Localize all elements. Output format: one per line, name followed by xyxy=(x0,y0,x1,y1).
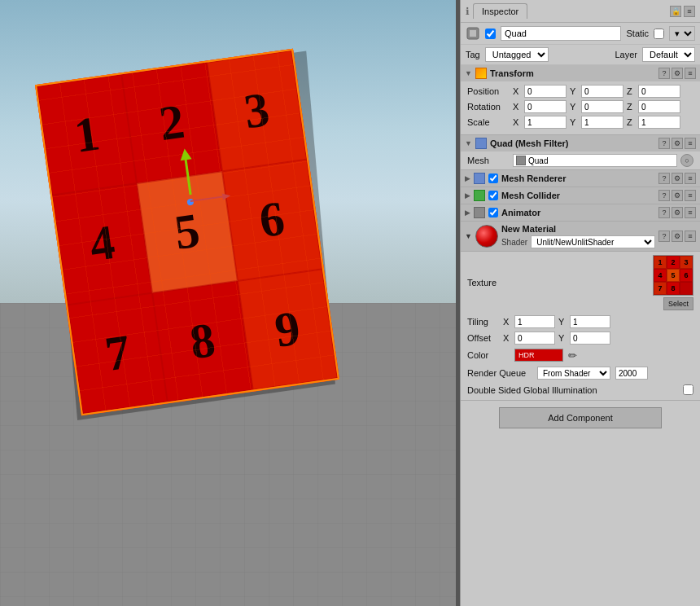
svg-rect-4 xyxy=(470,30,476,37)
pos-z-input[interactable] xyxy=(638,85,680,98)
rot-z-label: Z xyxy=(627,102,635,112)
inspector-header-icons: 🔒 ≡ xyxy=(670,6,695,17)
mesh-filter-info-btn[interactable]: ? xyxy=(658,138,670,149)
transform-gizmo[interactable] xyxy=(177,188,214,225)
render-queue-number[interactable] xyxy=(615,367,648,380)
mesh-filter-menu-btn[interactable]: ≡ xyxy=(685,138,696,149)
viewport[interactable]: 1 2 3 4 5 6 7 8 9 xyxy=(0,0,460,606)
transform-header[interactable]: ▼ Transform ? ⚙ ≡ xyxy=(461,65,700,81)
inspector-header: ℹ Inspector 🔒 ≡ xyxy=(461,0,700,23)
transform-menu-btn[interactable]: ≡ xyxy=(685,68,696,79)
offset-x-input[interactable] xyxy=(514,332,555,345)
rot-y-input[interactable] xyxy=(581,100,623,113)
position-row: Position X Y Z xyxy=(467,85,693,98)
object-name-input[interactable] xyxy=(501,26,621,41)
material-menu-btn[interactable]: ≡ xyxy=(685,231,696,242)
rot-x-input[interactable] xyxy=(524,100,567,113)
quad-selection-border xyxy=(35,49,339,416)
static-dropdown[interactable]: ▾ xyxy=(669,26,695,41)
object-active-checkbox[interactable] xyxy=(485,29,496,39)
pos-x-input[interactable] xyxy=(524,85,567,98)
material-settings-btn[interactable]: ⚙ xyxy=(672,231,683,242)
animator-title: Animator xyxy=(501,208,655,217)
tiling-y-input[interactable] xyxy=(570,315,610,328)
texture-thumbnail[interactable]: 1 2 3 4 5 6 7 8 xyxy=(653,255,693,296)
animator-fold-icon: ▶ xyxy=(465,209,470,217)
eyedropper-icon[interactable]: ✏ xyxy=(568,349,577,362)
render-queue-select[interactable]: From Shader xyxy=(537,367,610,380)
tex-5: 5 xyxy=(667,269,680,282)
offset-y-label: Y xyxy=(558,333,567,343)
tiling-label: Tiling xyxy=(467,317,500,327)
material-name: New Material xyxy=(501,224,655,234)
mesh-renderer-info-btn[interactable]: ? xyxy=(658,173,670,184)
static-label: Static xyxy=(626,29,649,38)
menu-icon[interactable]: ≡ xyxy=(684,6,695,17)
mesh-label: Mesh xyxy=(467,156,510,165)
pos-y-input[interactable] xyxy=(581,85,623,98)
mesh-renderer-header[interactable]: ▶ Mesh Renderer ? ⚙ ≡ xyxy=(461,170,700,187)
transform-settings-btn[interactable]: ⚙ xyxy=(672,68,683,79)
tex-6: 6 xyxy=(680,269,693,282)
material-shader-row: Shader Unlit/NewUnlitShader xyxy=(501,235,655,248)
tiling-x-input[interactable] xyxy=(514,315,555,328)
shader-select[interactable]: Unlit/NewUnlitShader xyxy=(531,235,655,248)
mesh-renderer-component: ▶ Mesh Renderer ? ⚙ ≡ xyxy=(461,170,700,187)
animator-icon xyxy=(474,207,485,218)
material-header: ▼ New Material Shader Unlit/NewUnlitShad… xyxy=(461,222,700,252)
animator-checkbox[interactable] xyxy=(488,208,498,217)
mesh-renderer-fold-icon: ▶ xyxy=(465,174,470,182)
mesh-filter-header[interactable]: ▼ Quad (Mesh Filter) ? ⚙ ≡ xyxy=(461,135,700,152)
mesh-collider-menu-btn[interactable]: ≡ xyxy=(685,190,696,201)
transform-info-btn[interactable]: ? xyxy=(658,68,670,79)
pos-x-label: X xyxy=(513,86,521,96)
scale-z-label: Z xyxy=(627,117,635,127)
animator-menu-btn[interactable]: ≡ xyxy=(685,207,696,218)
scale-x-input[interactable] xyxy=(524,116,567,129)
mesh-renderer-menu-btn[interactable]: ≡ xyxy=(685,173,696,184)
static-checkbox[interactable] xyxy=(654,29,664,39)
mesh-collider-checkbox[interactable] xyxy=(488,191,498,200)
scale-z-input[interactable] xyxy=(638,116,680,129)
inspector-tab[interactable]: Inspector xyxy=(473,3,527,19)
animator-header[interactable]: ▶ Animator ? ⚙ ≡ xyxy=(461,204,700,221)
layer-select[interactable]: Default xyxy=(642,47,695,62)
viewport-resize-handle[interactable] xyxy=(456,0,460,606)
tex-1: 1 xyxy=(654,256,667,269)
mesh-row: Mesh Quad ○ xyxy=(461,152,700,169)
mesh-filter-icon xyxy=(475,138,487,149)
mesh-renderer-settings-btn[interactable]: ⚙ xyxy=(672,173,683,184)
mesh-filter-title: Quad (Mesh Filter) xyxy=(490,138,655,148)
svg-line-1 xyxy=(190,197,223,202)
add-component-button[interactable]: Add Component xyxy=(499,407,662,428)
mesh-renderer-checkbox[interactable] xyxy=(488,173,498,183)
mesh-collider-info-btn[interactable]: ? xyxy=(658,190,670,201)
animator-settings-btn[interactable]: ⚙ xyxy=(672,207,683,218)
texture-select-btn[interactable]: Select xyxy=(663,297,693,310)
transform-component: ▼ Transform ? ⚙ ≡ Position X Y Z xyxy=(461,65,700,135)
material-info-btn[interactable]: ? xyxy=(658,231,670,242)
tex-8: 8 xyxy=(667,282,680,295)
texture-label: Texture xyxy=(467,278,512,288)
mesh-select-circle-btn[interactable]: ○ xyxy=(680,154,693,167)
quad-object[interactable]: 1 2 3 4 5 6 7 8 9 xyxy=(35,49,339,416)
offset-x-label: X xyxy=(503,333,511,343)
color-swatch[interactable]: HDR xyxy=(514,349,563,362)
lock-icon[interactable]: 🔒 xyxy=(670,6,681,17)
mesh-collider-header[interactable]: ▶ Mesh Collider ? ⚙ ≡ xyxy=(461,187,700,204)
offset-y-input[interactable] xyxy=(570,332,610,345)
animator-info-btn[interactable]: ? xyxy=(658,207,670,218)
texture-thumbnail-area: 1 2 3 4 5 6 7 8 Select xyxy=(653,255,693,310)
render-queue-label: Render Queue xyxy=(467,368,532,378)
scale-y-input[interactable] xyxy=(581,116,623,129)
mesh-collider-settings-btn[interactable]: ⚙ xyxy=(672,190,683,201)
mesh-filter-buttons: ? ⚙ ≡ xyxy=(658,138,696,149)
tag-select[interactable]: Untagged xyxy=(485,47,549,62)
mesh-filter-settings-btn[interactable]: ⚙ xyxy=(672,138,683,149)
mesh-renderer-buttons: ? ⚙ ≡ xyxy=(658,173,696,184)
rot-z-input[interactable] xyxy=(638,100,680,113)
offset-label: Offset xyxy=(467,333,500,343)
double-sided-checkbox[interactable] xyxy=(683,384,693,395)
viewport-scene: 1 2 3 4 5 6 7 8 9 xyxy=(0,0,460,606)
mesh-filter-fold-icon: ▼ xyxy=(465,139,472,147)
